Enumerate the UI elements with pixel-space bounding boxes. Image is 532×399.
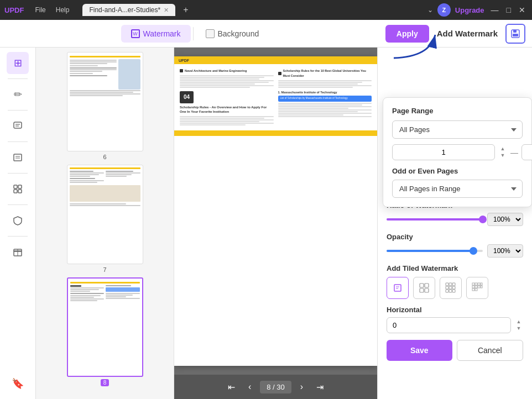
ratio-track[interactable] xyxy=(387,218,483,221)
maximize-button[interactable]: □ xyxy=(504,6,513,14)
tab-dropdown-icon[interactable]: ⌄ xyxy=(427,6,433,14)
svg-rect-41 xyxy=(452,290,455,292)
watermark-tab[interactable]: W Watermark xyxy=(121,25,191,43)
thumbnail-page-7[interactable]: 7 xyxy=(40,165,169,273)
menu-file[interactable]: File xyxy=(30,4,50,16)
from-spin-down[interactable]: ▼ xyxy=(498,153,507,159)
tiled-watermark-control: Add Tiled Watermark xyxy=(387,264,523,299)
sidebar-divider-5 xyxy=(8,204,28,205)
prev-page-button[interactable]: ‹ xyxy=(244,380,255,394)
from-spinners: ▲ ▼ xyxy=(498,146,507,159)
odd-even-select[interactable]: All Pages in Range Odd Pages Only Even P… xyxy=(392,180,523,198)
sidebar-icon-bookmark[interactable]: 🔖 xyxy=(7,372,29,395)
watermark-tab-icon: W xyxy=(131,29,140,38)
background-tab[interactable]: Background xyxy=(196,25,269,43)
active-tab[interactable]: Find-and-A...er-Studies* ✕ xyxy=(82,4,175,16)
ratio-thumb[interactable] xyxy=(479,216,487,223)
opacity-label: Opacity xyxy=(387,233,523,241)
sidebar-icon-protect[interactable] xyxy=(7,209,29,232)
title-bar: UPDF File Help Find-and-A...er-Studies* … xyxy=(0,0,532,20)
tiled-2x2-button[interactable] xyxy=(413,277,435,299)
sidebar-divider-3 xyxy=(8,141,28,142)
tiled-single-button[interactable] xyxy=(387,277,409,299)
tiled-3x3-button[interactable] xyxy=(440,277,462,299)
menu-help[interactable]: Help xyxy=(51,4,74,16)
svg-rect-11 xyxy=(18,185,22,188)
svg-rect-31 xyxy=(420,288,424,292)
opacity-thumb[interactable] xyxy=(470,247,477,255)
svg-rect-36 xyxy=(446,286,448,289)
cancel-button[interactable]: Cancel xyxy=(457,340,524,361)
sidebar-divider xyxy=(8,78,28,79)
add-tab-button[interactable]: + xyxy=(180,5,191,15)
sidebar-icon-organize[interactable] xyxy=(7,178,29,200)
svg-rect-1 xyxy=(513,30,517,33)
tiled-2x2-icon xyxy=(419,282,430,293)
svg-rect-42 xyxy=(472,283,474,285)
avatar[interactable]: Z xyxy=(437,3,451,17)
sidebar-divider-2 xyxy=(8,110,28,111)
tiled-large-button[interactable] xyxy=(466,277,488,299)
ratio-percent-select[interactable]: 100% xyxy=(487,213,523,226)
svg-rect-4 xyxy=(14,122,22,128)
tiled-single-icon xyxy=(392,282,403,293)
next-page-button[interactable]: › xyxy=(296,380,307,394)
first-page-button[interactable]: ⇤ xyxy=(223,380,239,395)
last-page-button[interactable]: ⇥ xyxy=(312,380,328,395)
svg-rect-26 xyxy=(394,285,401,291)
save-icon-button[interactable] xyxy=(505,24,525,44)
current-page[interactable]: 8 xyxy=(267,383,270,391)
horizontal-spin-up[interactable]: ▲ xyxy=(514,319,523,326)
range-to-input[interactable] xyxy=(521,144,532,160)
minimize-button[interactable]: — xyxy=(489,6,501,14)
svg-rect-40 xyxy=(449,290,452,292)
left-sidebar: ⊞ ✏ 🔖 xyxy=(0,48,36,399)
page-range-select[interactable]: All Pages Custom Range Current Page xyxy=(392,120,523,139)
document-page: UPDF Naval Architecture and Marine Engin… xyxy=(174,56,377,366)
sidebar-icon-edit[interactable]: ✏ xyxy=(7,83,29,106)
main-heading: Scholarship Rules - An Overview and How … xyxy=(180,105,274,114)
ratio-slider-row: 100% xyxy=(387,213,523,226)
thumb-box-6 xyxy=(67,52,143,151)
opacity-percent-select[interactable]: 100% xyxy=(487,244,523,258)
blue-arrow-indicator xyxy=(391,30,441,63)
opacity-slider-row: 100% xyxy=(387,244,523,258)
thumbnail-page-8[interactable]: 8 xyxy=(40,277,169,386)
ratio-fill xyxy=(387,218,483,221)
sidebar-icon-comment[interactable] xyxy=(7,115,29,137)
thumb-page-num-7: 7 xyxy=(103,266,106,273)
total-pages: 30 xyxy=(277,383,284,391)
blue-badge: List of Scholarships by Massachusetts In… xyxy=(278,96,372,101)
svg-rect-29 xyxy=(420,284,424,287)
close-button[interactable]: ✕ xyxy=(517,6,528,14)
sidebar-divider-6 xyxy=(8,236,28,237)
svg-rect-30 xyxy=(425,284,429,287)
range-from-input[interactable] xyxy=(392,144,495,160)
save-button[interactable]: Save xyxy=(387,340,452,361)
page-navigation: ⇤ ‹ 8 / 30 › ⇥ xyxy=(174,375,377,399)
from-spin-up[interactable]: ▲ xyxy=(498,146,507,153)
sidebar-icon-pages[interactable]: ⊞ xyxy=(7,52,29,74)
sidebar-icon-form[interactable] xyxy=(7,146,29,169)
horizontal-input[interactable] xyxy=(387,317,511,333)
main-content: ⊞ ✏ 🔖 xyxy=(0,48,532,399)
svg-rect-39 xyxy=(446,290,448,292)
svg-rect-48 xyxy=(478,286,480,288)
svg-rect-46 xyxy=(472,286,474,288)
horizontal-spin-down[interactable]: ▼ xyxy=(514,326,523,332)
upgrade-button[interactable]: Upgrade xyxy=(455,6,484,14)
sidebar-icon-gift[interactable] xyxy=(7,241,29,263)
watermark-tab-label: Watermark xyxy=(143,29,181,38)
col1-heading: Naval Architecture and Marine Engineerin… xyxy=(185,69,247,74)
thumbnail-page-6[interactable]: 6 xyxy=(40,52,169,160)
num-block: 04 xyxy=(180,91,194,103)
opacity-track[interactable] xyxy=(387,250,483,252)
page-range-label: Page Range xyxy=(392,107,523,115)
add-watermark-label: Add Watermark xyxy=(431,29,503,38)
tab-close-icon[interactable]: ✕ xyxy=(164,7,169,14)
svg-rect-44 xyxy=(478,283,480,285)
toolbar: W Watermark Background Apply Add Waterma… xyxy=(0,20,532,48)
opacity-fill xyxy=(387,250,473,252)
svg-rect-47 xyxy=(475,286,477,288)
svg-rect-33 xyxy=(446,283,448,286)
